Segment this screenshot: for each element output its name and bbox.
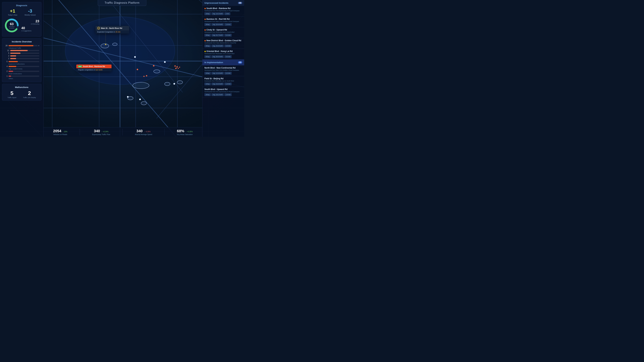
- today-new-value: +1: [8, 8, 17, 14]
- incident-tags-4: 3/Day Avg. 25.8 km/h 0.8 KM: [204, 44, 242, 47]
- map-overlay[interactable]: ⚠ Main St - North River Rd Expected Cong…: [44, 0, 202, 128]
- bottom-bar: 2054 ↑ 20% Vehicles on Roads 340 ↑ +0.34…: [44, 127, 202, 137]
- vehicles-on-roads-stat: 2054 ↑ 20% Vehicles on Roads: [53, 129, 68, 135]
- ai-executing-label: AI Executing: [21, 23, 39, 25]
- malfunctions-title: Malfunctions: [4, 86, 39, 88]
- white-marker-6: [139, 98, 141, 100]
- high-accident-zones-category: 4 High Accident Zones: [4, 65, 39, 70]
- high-accident-zones-bar-row: 4: [4, 65, 39, 67]
- south-blvd-popup[interactable]: new South Blvd - Rainbow Rd Regular cong…: [76, 64, 112, 71]
- ai-executing-value: 23: [21, 19, 39, 23]
- expressway-flow-stat: 340 ↑ +0.34% Expressway Traffic Flow: [92, 129, 110, 135]
- map-marker-cluster: [132, 82, 149, 89]
- incident-tags-6: 1/Day Avg. 12.6 km/h 0.3 KM: [204, 72, 242, 75]
- weekly-solved-stat: -3 Weekly Solved: [24, 8, 36, 16]
- title-bar: Traffic Diagnosis Platform: [98, 0, 146, 6]
- white-marker-5: [127, 96, 129, 98]
- right-panel: Unprocessed Incidents 40 South Blvd - Ra…: [202, 0, 244, 137]
- incident-name-7: Field St - Beijing Rd: [204, 77, 242, 80]
- incident-desc-1: Northwards from HK Expressway to Royal O…: [204, 10, 242, 11]
- in-implementation-header: In Implementation 23: [202, 59, 244, 65]
- unbalanced-traffic-category[interactable]: 28 ▾ Unbalanced Traffic 12 5: [4, 44, 39, 59]
- diagnosis-title: Diagnosis: [4, 4, 39, 7]
- donut-center: 63 IdentifiedIncidents: [9, 22, 14, 29]
- arterial-value: 340: [136, 129, 143, 133]
- south-blvd-name: South Blvd - Rainbow Rd: [83, 65, 105, 67]
- unbalanced-count: 28: [4, 44, 8, 46]
- incident-name-4: New District Blvd - Golden Cloud Rd: [206, 39, 241, 42]
- expand-icon[interactable]: ▾: [38, 45, 39, 46]
- map-marker-4: [164, 82, 170, 86]
- incidents-overview-section: Incidents Overview 28 ▾ Unbalanced Traff…: [2, 38, 42, 82]
- orange-dot-map-3: [153, 65, 154, 66]
- high-accident-zones-label: High Accident Zones: [8, 68, 39, 70]
- dot-yellow-1: [204, 51, 206, 52]
- incident-field-beijing[interactable]: Field St - Beijing Rd Eastwards from Riv…: [202, 76, 244, 87]
- incident-name-row-3: Cindy St - Upward Rd: [204, 29, 242, 31]
- incident-tags-7: 1/Day Avg. 24.6 km/h 1.9 KM: [204, 83, 242, 85]
- unbalanced-sub-3: 2: [4, 55, 39, 57]
- dot-orange-2: [204, 18, 206, 20]
- traffic-signal-stat: 5 Traffic Signal: [8, 90, 16, 98]
- left-panel: Diagnosis +1 Today's New -3 Weekly Solve…: [0, 0, 44, 137]
- arterial-change: ↓ -0.28%: [144, 131, 150, 133]
- incident-name-5: Oriental Blvd - Hung Lai Rd: [206, 50, 232, 52]
- traffic-signal-count: 5: [8, 90, 16, 96]
- saturation-value-row: 68% ↑ +0.35%: [177, 129, 193, 133]
- today-new-stat: +1 Today's New: [8, 8, 17, 16]
- incident-south-blvd-upward[interactable]: South Blvd - Upward Rd Northwards from H…: [202, 87, 244, 97]
- map-marker-1: [100, 43, 109, 48]
- main-st-popup-header: ⚠ Main St - North River Rd: [96, 26, 129, 30]
- weekly-solved-value: -3: [24, 8, 36, 14]
- incident-desc-3: Westwards from Riverside Ave to South Bl…: [204, 31, 242, 33]
- diagnosis-section: Diagnosis +1 Today's New -3 Weekly Solve…: [2, 2, 42, 36]
- road-constructions-category: 2 Road Constructions: [4, 70, 39, 75]
- unbalanced-bar: [8, 45, 33, 46]
- divider-3: [164, 129, 165, 135]
- road-constructions-label: Road Constructions: [8, 73, 39, 75]
- vehicles-change: ↑ 20%: [63, 131, 68, 133]
- incident-north-blvd-continental[interactable]: North Blvd - New Continental Rd Westward…: [202, 65, 244, 76]
- vehicles-value: 2054: [53, 129, 62, 133]
- weekly-solved-label: Weekly Solved: [24, 14, 36, 16]
- popup-connector-svg: [44, 0, 202, 128]
- popup-warning-icon: ⚠: [97, 27, 100, 29]
- expressway-value-row: 340 ↑ +0.34%: [92, 129, 110, 133]
- incident-desc-7: Eastwards from Riverside Ave to South Bl…: [204, 80, 242, 82]
- orange-dot-map-4: [144, 76, 144, 77]
- incidents-overview-title: Incidents Overview: [4, 40, 39, 43]
- incident-bamboo-red-hill[interactable]: Bamboo St - Red Hill Rd Westwards from M…: [202, 16, 244, 27]
- incident-desc-8: Northwards from HK Expressway to Royal O…: [204, 91, 242, 92]
- unbalanced-sub-1: 12: [4, 49, 39, 51]
- identified-incidents-count: 63: [9, 22, 14, 26]
- incident-new-district-golden[interactable]: New District Blvd - Golden Cloud Rd Sout…: [202, 38, 244, 49]
- white-marker-4: [174, 83, 175, 85]
- map-marker-7: [141, 101, 147, 105]
- ai-suggestions-value: 40: [21, 26, 39, 30]
- map-marker-3: [154, 69, 160, 73]
- unbalanced-traffic-header[interactable]: 28 ▾: [4, 44, 39, 46]
- incident-oriental-hung-lai[interactable]: Oriental Blvd - Hung Lai Rd Westwards fr…: [202, 49, 244, 59]
- orange-dot-map-1: [137, 69, 138, 70]
- equipment-malfunctions-bar-row: 5: [4, 60, 39, 62]
- map-marker-5: [177, 80, 183, 84]
- unbalanced-bar-container: [8, 45, 38, 46]
- incident-tags-3: 2/Day Avg. 31.7 km/h 0.3 KM: [204, 34, 242, 36]
- saturation-change: ↑ +0.35%: [186, 131, 193, 133]
- dot-orange-1: [204, 8, 206, 9]
- incident-cindy-upward[interactable]: Cindy St - Upward Rd Westwards from Rive…: [202, 27, 244, 38]
- traffic-led-stat: 2 Traffic LED Display: [23, 90, 36, 98]
- incident-tags-5: 5/Day Avg. 30.6 km/h 0.5 KM: [204, 55, 242, 58]
- unbalanced-sub-4: 2: [4, 57, 39, 59]
- main-st-popup-body: Expected Congestion in 15 min: [96, 30, 129, 33]
- incident-south-blvd-rainbow[interactable]: South Blvd - Rainbow Rd Northwards from …: [202, 6, 244, 16]
- south-blvd-popup-body: Regular congestions in last week: [76, 68, 112, 71]
- main-st-popup[interactable]: ⚠ Main St - North River Rd Expected Cong…: [96, 26, 129, 33]
- saturation-value: 68%: [177, 129, 184, 133]
- incident-name-row-2: Bamboo St - Red Hill Rd: [204, 18, 242, 21]
- expressway-value: 340: [94, 129, 100, 133]
- ai-suggestions-label: AI Suggestions: [21, 30, 39, 32]
- south-blvd-popup-header: new South Blvd - Rainbow Rd: [76, 64, 112, 68]
- traffic-signal-label: Traffic Signal: [8, 97, 16, 98]
- identified-incidents-label: IdentifiedIncidents: [9, 26, 14, 29]
